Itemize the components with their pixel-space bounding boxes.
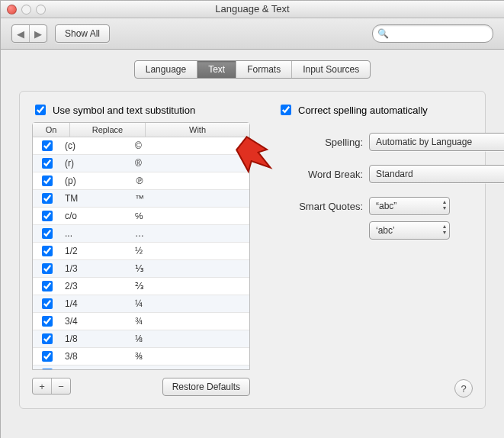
- row-checkbox[interactable]: [42, 369, 53, 369]
- col-on[interactable]: On: [33, 123, 70, 137]
- table-row[interactable]: (p)℗: [33, 172, 249, 190]
- smart-quotes-row: Smart Quotes: “abc” ▴▾: [278, 197, 504, 215]
- row-checkbox[interactable]: [42, 351, 53, 362]
- row-replace-cell[interactable]: (p): [60, 176, 130, 186]
- row-checkbox[interactable]: [42, 298, 53, 309]
- tab-formats[interactable]: Formats: [236, 61, 291, 78]
- row-replace-cell[interactable]: 3/4: [60, 316, 130, 327]
- row-replace-cell[interactable]: 2/3: [60, 281, 130, 291]
- tab-language[interactable]: Language: [135, 61, 197, 78]
- row-replace-cell[interactable]: (c): [60, 140, 130, 151]
- spelling-select[interactable]: Automatic by Language ▴▾: [369, 133, 504, 151]
- row-checkbox[interactable]: [42, 140, 53, 151]
- table-row[interactable]: 5/8⅝: [33, 366, 249, 369]
- spelling-value: Automatic by Language: [376, 137, 472, 147]
- show-all-button[interactable]: Show All: [55, 24, 110, 43]
- row-with-cell[interactable]: ⅜: [130, 351, 249, 362]
- row-with-cell[interactable]: ⅔: [130, 281, 249, 291]
- row-on-cell: [33, 173, 60, 188]
- window-controls: [7, 5, 46, 14]
- row-on-cell: [33, 366, 60, 369]
- row-with-cell[interactable]: ⅝: [130, 369, 249, 369]
- row-replace-cell[interactable]: 5/8: [60, 369, 130, 369]
- toolbar: ◀ ▶ Show All 🔍 ✕: [1, 18, 504, 50]
- close-icon[interactable]: [7, 5, 17, 14]
- correct-spelling-input[interactable]: [281, 105, 291, 115]
- content: LanguageTextFormatsInput Sources Use sym…: [1, 50, 504, 424]
- row-with-cell[interactable]: ℅: [130, 211, 249, 221]
- table-row[interactable]: 2/3⅔: [33, 278, 249, 295]
- smart-quotes-single-select[interactable]: ‘abc’ ▴▾: [369, 221, 450, 240]
- row-replace-cell[interactable]: 1/8: [60, 333, 130, 344]
- row-replace-cell[interactable]: 1/2: [60, 246, 130, 256]
- row-with-cell[interactable]: ®: [130, 158, 249, 169]
- table-row[interactable]: 1/4¼: [33, 295, 249, 313]
- table-row[interactable]: (c)©: [33, 137, 249, 155]
- table-row[interactable]: 3/8⅜: [33, 348, 249, 366]
- row-replace-cell[interactable]: 1/4: [60, 298, 130, 309]
- table-header: On Replace With: [33, 123, 249, 137]
- row-replace-cell[interactable]: c/o: [60, 211, 130, 221]
- row-with-cell[interactable]: ©: [130, 140, 249, 151]
- table-row[interactable]: 1/2½: [33, 243, 249, 260]
- col-replace[interactable]: Replace: [70, 123, 146, 137]
- substitution-checkbox-input[interactable]: [35, 105, 46, 115]
- row-with-cell[interactable]: …: [130, 228, 249, 239]
- row-checkbox[interactable]: [42, 281, 53, 291]
- smart-quotes-single-value: ‘abc’: [376, 225, 395, 236]
- correct-spelling-checkbox[interactable]: Correct spelling automatically: [278, 102, 504, 118]
- row-checkbox[interactable]: [42, 176, 53, 186]
- table-row[interactable]: (r)®: [33, 155, 249, 172]
- row-checkbox[interactable]: [42, 228, 53, 239]
- table-row[interactable]: c/o℅: [33, 208, 249, 225]
- table-row[interactable]: 1/3⅓: [33, 260, 249, 278]
- search-input[interactable]: [391, 27, 504, 40]
- row-with-cell[interactable]: ¾: [130, 316, 249, 327]
- row-replace-cell[interactable]: TM: [60, 193, 130, 204]
- table-row[interactable]: TM™: [33, 190, 249, 208]
- tab-input-sources[interactable]: Input Sources: [291, 61, 370, 78]
- minimize-icon[interactable]: [21, 5, 31, 14]
- row-checkbox[interactable]: [42, 246, 53, 256]
- table-row[interactable]: 1/8⅛: [33, 330, 249, 348]
- tab-text[interactable]: Text: [197, 61, 236, 78]
- word-break-value: Standard: [376, 169, 413, 179]
- row-checkbox[interactable]: [42, 211, 53, 221]
- search-field[interactable]: 🔍 ✕: [372, 24, 493, 43]
- row-on-cell: [33, 208, 60, 224]
- col-with[interactable]: With: [146, 123, 249, 137]
- remove-button[interactable]: −: [51, 378, 70, 394]
- substitution-checkbox[interactable]: Use symbol and text substitution: [32, 102, 250, 118]
- row-on-cell: [33, 261, 60, 276]
- zoom-icon[interactable]: [36, 5, 46, 14]
- row-replace-cell[interactable]: ...: [60, 228, 130, 239]
- row-checkbox[interactable]: [42, 333, 53, 344]
- smart-quotes-double-select[interactable]: “abc” ▴▾: [369, 197, 450, 215]
- help-button[interactable]: ?: [454, 379, 473, 398]
- substitution-table: On Replace With (c)©(r)®(p)℗TM™c/o℅...…1…: [32, 122, 250, 370]
- row-with-cell[interactable]: ⅓: [130, 263, 249, 274]
- row-on-cell: [33, 138, 60, 153]
- table-row[interactable]: 3/4¾: [33, 313, 249, 330]
- nav-back-forward: ◀ ▶: [11, 24, 47, 43]
- row-replace-cell[interactable]: 3/8: [60, 351, 130, 362]
- table-row[interactable]: ...…: [33, 225, 249, 243]
- row-replace-cell[interactable]: (r): [60, 158, 130, 169]
- row-with-cell[interactable]: ™: [130, 193, 249, 204]
- row-with-cell[interactable]: ℗: [130, 176, 249, 186]
- word-break-select[interactable]: Standard ▴▾: [369, 165, 504, 183]
- row-with-cell[interactable]: ½: [130, 246, 249, 256]
- row-checkbox[interactable]: [42, 316, 53, 327]
- row-with-cell[interactable]: ⅛: [130, 333, 249, 344]
- back-button[interactable]: ◀: [12, 25, 29, 42]
- row-checkbox[interactable]: [42, 193, 53, 204]
- tab-bar: LanguageTextFormatsInput Sources: [19, 60, 486, 79]
- row-with-cell[interactable]: ¼: [130, 298, 249, 309]
- add-button[interactable]: +: [33, 378, 51, 394]
- row-on-cell: [33, 349, 60, 364]
- restore-defaults-button[interactable]: Restore Defaults: [162, 378, 250, 396]
- row-replace-cell[interactable]: 1/3: [60, 263, 130, 274]
- row-checkbox[interactable]: [42, 158, 53, 169]
- row-checkbox[interactable]: [42, 263, 53, 274]
- forward-button[interactable]: ▶: [29, 25, 47, 42]
